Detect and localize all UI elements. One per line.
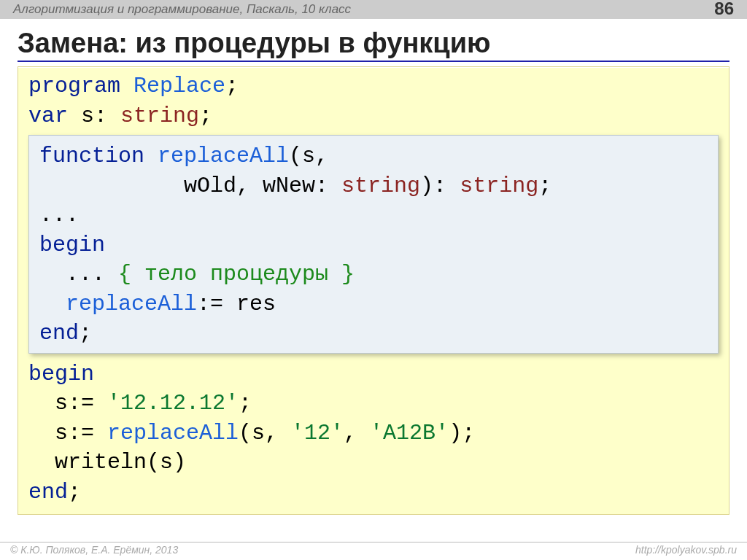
text: s:=: [28, 421, 107, 446]
text: wOld, wNew:: [39, 174, 341, 198]
code-line: replaceAll:= res: [39, 289, 708, 319]
code-line: end;: [39, 319, 708, 349]
text: ):: [420, 174, 460, 198]
program-name: Replace: [120, 74, 225, 98]
code-line: function replaceAll(s,: [39, 141, 708, 171]
keyword-end: end: [28, 480, 68, 505]
type-string: string: [341, 174, 420, 198]
text: );: [449, 421, 475, 446]
code-line: ... { тело процедуры }: [39, 260, 708, 289]
text: ;: [79, 321, 92, 346]
text: s:: [68, 104, 120, 128]
keyword-begin: begin: [39, 233, 105, 257]
keyword-begin: begin: [28, 362, 94, 386]
inner-code-block: function replaceAll(s, wOld, wNew: strin…: [28, 135, 719, 354]
function-call: replaceAll: [107, 421, 239, 446]
comment: { тело процедуры }: [118, 262, 355, 287]
code-line: ...: [39, 201, 708, 230]
code-line: begin: [39, 230, 708, 260]
text: [39, 292, 66, 316]
string-literal: '12': [291, 421, 344, 446]
text: ;: [538, 174, 551, 198]
keyword-end: end: [39, 321, 79, 346]
code-line: s:= replaceAll(s, '12', 'A12B');: [28, 419, 719, 448]
code-line: begin: [28, 359, 719, 389]
text: (s,: [239, 421, 291, 446]
slide-title: Замена: из процедуры в функцию: [18, 28, 729, 59]
string-literal: 'A12B': [370, 421, 449, 446]
text: ;: [68, 480, 81, 505]
text: ;: [225, 74, 239, 98]
slide-body: Замена: из процедуры в функцию program R…: [0, 19, 747, 515]
text: (s,: [289, 144, 328, 168]
copyright: © К.Ю. Поляков, Е.А. Ерёмин, 2013: [10, 544, 178, 556]
title-underline: [18, 61, 729, 62]
keyword-program: program: [28, 74, 120, 98]
code-line: wOld, wNew: string): string;: [39, 171, 708, 201]
outer-code-block: program Replace; var s: string; function…: [18, 66, 729, 515]
header-bar: Алгоритмизация и программирование, Паска…: [0, 0, 747, 19]
keyword-var: var: [28, 104, 68, 128]
text: s:=: [28, 391, 107, 416]
function-name: replaceAll: [66, 292, 197, 316]
page-number: 86: [714, 0, 734, 19]
code-line: writeln(s): [28, 448, 719, 478]
code-line: var s: string;: [28, 101, 719, 131]
text: ,: [344, 421, 370, 446]
code-line: program Replace;: [28, 71, 719, 101]
text: ...: [39, 262, 118, 287]
text: ;: [239, 391, 252, 416]
function-name: replaceAll: [144, 144, 289, 168]
type-string: string: [460, 174, 538, 198]
string-literal: '12.12.12': [107, 391, 239, 416]
code-line: end;: [28, 478, 719, 508]
website-url: http://kpolyakov.spb.ru: [635, 544, 737, 556]
text: ;: [199, 104, 212, 128]
text: := res: [197, 292, 276, 316]
type-string: string: [120, 104, 199, 128]
code-line: s:= '12.12.12';: [28, 389, 719, 419]
course-label: Алгоритмизация и программирование, Паска…: [13, 2, 351, 17]
footer: © К.Ю. Поляков, Е.А. Ерёмин, 2013 http:/…: [0, 542, 747, 556]
keyword-function: function: [39, 144, 144, 168]
